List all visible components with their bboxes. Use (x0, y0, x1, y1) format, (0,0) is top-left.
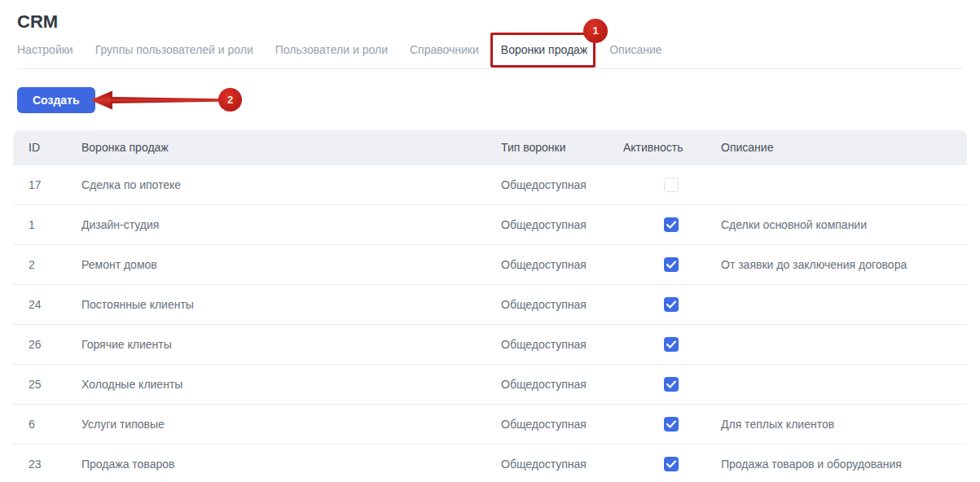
cell-activity (610, 257, 708, 272)
checkmark-icon (666, 420, 676, 428)
activity-checkbox[interactable] (664, 417, 679, 432)
cell-activity (610, 217, 708, 232)
cell-id: 6 (13, 418, 68, 431)
tab-label: Пользователи и роли (275, 43, 388, 56)
checkmark-icon (666, 380, 676, 388)
cell-funnel-name: Продажа товаров (68, 458, 488, 471)
cell-id: 24 (13, 298, 68, 311)
tab-item[interactable]: Настройки (17, 43, 73, 56)
cell-id: 25 (13, 378, 68, 391)
toolbar: Создать 2 (17, 87, 963, 113)
column-header-id: ID (13, 141, 68, 154)
step2-arrow-annotation (88, 88, 226, 112)
tab-item[interactable]: Воронки продаж1 (501, 43, 587, 56)
cell-funnel-name: Ремонт домов (68, 258, 488, 271)
activity-checkbox[interactable] (664, 377, 679, 392)
table-row: 2Ремонт домовОбщедоступнаяОт заявки до з… (13, 244, 967, 284)
activity-checkbox[interactable] (664, 177, 679, 192)
tab-label: Воронки продаж (501, 43, 587, 56)
cell-funnel-type: Общедоступная (488, 378, 610, 391)
table-row: 6Услуги типовыеОбщедоступнаяДля теплых к… (13, 404, 967, 444)
tab-item[interactable]: Пользователи и роли (275, 43, 388, 56)
table-row: 26Горячие клиентыОбщедоступная (13, 324, 967, 364)
cell-funnel-type: Общедоступная (488, 258, 610, 271)
tab-label: Настройки (17, 43, 73, 56)
table-body: 17Сделка по ипотекеОбщедоступная1Дизайн-… (13, 164, 967, 482)
activity-checkbox[interactable] (664, 297, 679, 312)
checkmark-icon (666, 340, 676, 348)
page-header: CRM НастройкиГруппы пользователей и роли… (0, 0, 980, 69)
step2-badge: 2 (218, 88, 242, 112)
column-header-type: Тип воронки (488, 141, 610, 154)
cell-funnel-name: Сделка по ипотеке (68, 178, 488, 191)
cell-description: Продажа товаров и оборудования (708, 458, 967, 471)
table-row: 17Сделка по ипотекеОбщедоступная (13, 164, 967, 204)
cell-funnel-name: Холодные клиенты (68, 378, 488, 391)
checkmark-icon (666, 460, 676, 468)
tab-item[interactable]: Группы пользователей и роли (95, 43, 253, 56)
cell-activity (610, 417, 708, 432)
cell-funnel-name: Услуги типовые (68, 418, 488, 431)
column-header-funnel: Воронка продаж (68, 141, 488, 154)
tab-label: Описание (609, 43, 661, 56)
sales-funnel-table: ID Воронка продаж Тип воронки Активность… (13, 130, 967, 482)
activity-checkbox[interactable] (664, 337, 679, 352)
cell-id: 23 (13, 458, 68, 471)
tab-item[interactable]: Описание (609, 43, 661, 56)
cell-id: 1 (13, 218, 68, 231)
page-title: CRM (17, 11, 963, 33)
create-button[interactable]: Создать (17, 87, 95, 113)
cell-description: Для теплых клиентов (708, 418, 967, 431)
cell-funnel-type: Общедоступная (488, 418, 610, 431)
cell-funnel-type: Общедоступная (488, 458, 610, 471)
cell-funnel-name: Дизайн-студия (68, 218, 488, 231)
step1-badge: 1 (583, 19, 608, 43)
tab-label: Группы пользователей и роли (95, 43, 253, 56)
cell-activity (610, 457, 708, 471)
cell-funnel-type: Общедоступная (488, 298, 610, 311)
cell-id: 2 (13, 258, 68, 271)
cell-description: Сделки основной компании (708, 218, 967, 231)
table-row: 1Дизайн-студияОбщедоступнаяСделки основн… (13, 204, 967, 244)
table-row: 23Продажа товаровОбщедоступнаяПродажа то… (13, 444, 967, 482)
checkmark-icon (666, 300, 676, 309)
cell-funnel-name: Постоянные клиенты (68, 298, 488, 311)
table-row: 25Холодные клиентыОбщедоступная (13, 364, 967, 404)
cell-funnel-type: Общедоступная (488, 178, 610, 191)
activity-checkbox[interactable] (664, 217, 679, 232)
activity-checkbox[interactable] (664, 257, 679, 272)
cell-activity (610, 377, 708, 392)
cell-activity (610, 177, 708, 192)
cell-description: От заявки до заключения договора (708, 258, 967, 271)
checkmark-icon (666, 261, 676, 269)
cell-id: 17 (13, 178, 68, 191)
tab-item[interactable]: Справочники (410, 43, 479, 56)
tab-bar: НастройкиГруппы пользователей и ролиПоль… (17, 43, 963, 69)
cell-activity (610, 297, 708, 312)
table-header-row: ID Воронка продаж Тип воронки Активность… (13, 130, 967, 164)
cell-id: 26 (13, 338, 68, 351)
cell-funnel-name: Горячие клиенты (68, 338, 488, 351)
cell-funnel-type: Общедоступная (488, 218, 610, 231)
checkmark-icon (666, 221, 676, 229)
cell-funnel-type: Общедоступная (488, 338, 610, 351)
tab-label: Справочники (410, 43, 479, 56)
column-header-activity: Активность (610, 141, 708, 154)
activity-checkbox[interactable] (664, 457, 679, 471)
cell-activity (610, 337, 708, 352)
column-header-description: Описание (708, 141, 967, 154)
table-row: 24Постоянные клиентыОбщедоступная (13, 284, 967, 324)
